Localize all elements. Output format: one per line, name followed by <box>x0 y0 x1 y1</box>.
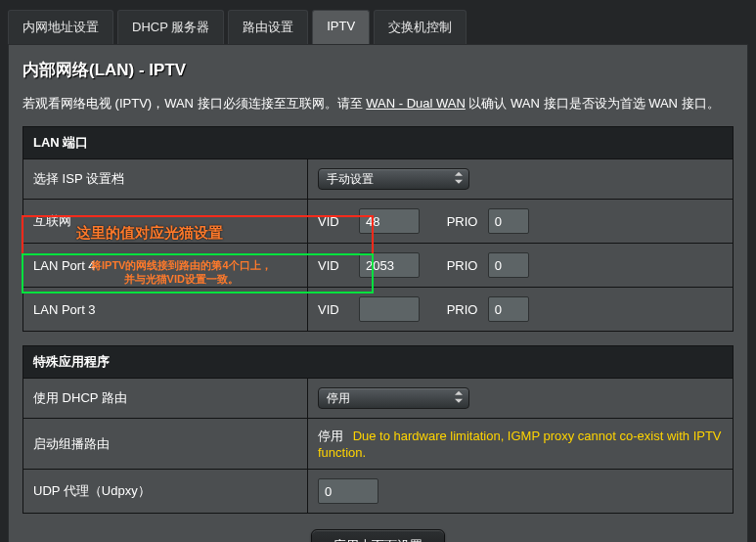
dhcp-route-select[interactable]: 停用 <box>318 387 469 409</box>
p4-vid-label: VID <box>318 258 351 273</box>
desc-pre: 若观看网络电视 (IPTV)，WAN 接口必须连接至互联网。请至 <box>22 96 366 111</box>
special-app-table: 使用 DHCP 路由 停用 启动组播路由 停用 Due to hardware … <box>22 378 734 514</box>
panel-iptv: 内部网络(LAN) - IPTV 若观看网络电视 (IPTV)，WAN 接口必须… <box>8 44 748 542</box>
p4-prio-input[interactable] <box>488 252 529 278</box>
p4-prio-label: PRIO <box>447 258 480 273</box>
dhcp-route-label: 使用 DHCP 路由 <box>23 379 308 419</box>
row-lanport4-label: LAN Port 4 <box>23 244 308 288</box>
igmp-label: 启动组播路由 <box>23 419 308 470</box>
internet-prio-label: PRIO <box>447 214 480 229</box>
row-internet-label: 互联网 <box>23 200 308 244</box>
p3-vid-input[interactable] <box>359 296 420 322</box>
panel-desc: 若观看网络电视 (IPTV)，WAN 接口必须连接至互联网。请至 WAN - D… <box>22 95 734 113</box>
udpxy-label: UDP 代理（Udpxy） <box>23 470 308 514</box>
isp-profile-label: 选择 ISP 设置档 <box>23 159 308 200</box>
isp-profile-select[interactable]: 手动设置 <box>318 168 469 190</box>
tab-iptv[interactable]: IPTV <box>312 10 370 44</box>
section-lan-port-header: LAN 端口 <box>22 126 734 158</box>
p4-vid-input[interactable] <box>359 252 420 278</box>
tab-dhcp-server[interactable]: DHCP 服务器 <box>117 10 224 44</box>
tab-switch-control[interactable]: 交换机控制 <box>374 10 467 44</box>
internet-prio-input[interactable] <box>488 208 529 234</box>
p3-vid-label: VID <box>318 302 351 317</box>
internet-vid-input[interactable] <box>359 208 420 234</box>
row-lanport3-label: LAN Port 3 <box>23 288 308 332</box>
udpxy-input[interactable] <box>318 478 378 504</box>
igmp-value: 停用 <box>318 429 343 443</box>
panel-title: 内部网络(LAN) - IPTV <box>22 59 734 81</box>
lan-port-table: 选择 ISP 设置档 手动设置 互联网 VID <box>22 158 734 332</box>
p3-prio-label: PRIO <box>447 302 480 317</box>
tabs-bar: 内网地址设置 DHCP 服务器 路由设置 IPTV 交换机控制 <box>0 0 756 44</box>
wan-dual-wan-link[interactable]: WAN - Dual WAN <box>366 96 466 111</box>
igmp-note: Due to hardware limitation, IGMP proxy c… <box>318 429 722 460</box>
section-special-header: 特殊应用程序 <box>22 345 734 378</box>
internet-vid-label: VID <box>318 214 351 229</box>
tab-lan-address[interactable]: 内网地址设置 <box>8 10 113 44</box>
tab-route[interactable]: 路由设置 <box>228 10 308 44</box>
p3-prio-input[interactable] <box>488 296 529 322</box>
apply-button[interactable]: 应用本页面设置 <box>311 529 445 542</box>
desc-post: 以确认 WAN 接口是否设为首选 WAN 接口。 <box>466 96 720 111</box>
